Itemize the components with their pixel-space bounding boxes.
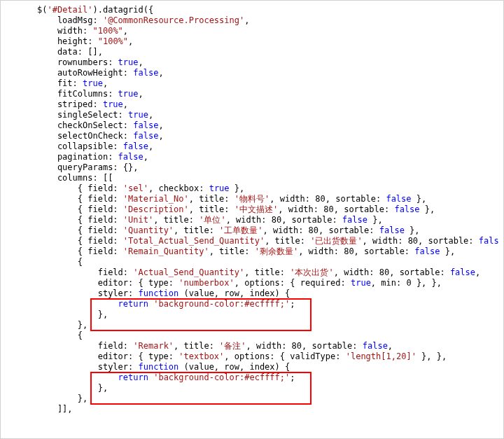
code-line: queryParams: {}, xyxy=(37,162,139,172)
code-line: }, xyxy=(37,393,88,403)
code-line: singleSelect: true, xyxy=(37,110,153,120)
code-line: width: "100%", xyxy=(37,26,128,36)
code-screenshot: $('#Detail').datagrid({ loadMsg: '@Commo… xyxy=(0,0,504,439)
code-line: { xyxy=(37,257,83,267)
code-line: }, xyxy=(37,320,88,330)
code-line: styler: function (value, row, index) { xyxy=(37,362,290,372)
code-line: fitColumns: true, xyxy=(37,89,144,99)
code-line: styler: function (value, row, index) { xyxy=(37,288,290,298)
code-line: { xyxy=(37,330,83,340)
code-line: $('#Detail').datagrid({ xyxy=(37,5,153,15)
code-line: { field: 'Unit', title: '单位', width: 80,… xyxy=(37,215,383,225)
code-line: field: 'Remark', title: '备注', width: 80,… xyxy=(37,341,393,351)
code-line: ]], xyxy=(37,404,73,414)
code-line: rownumbers: true, xyxy=(37,57,144,67)
code-line: { field: 'Remain_Quantity', title: '剩余数量… xyxy=(37,246,455,256)
code-line: autoRowHeight: false, xyxy=(37,68,164,78)
code-line: return 'background-color:#ecffff;'; xyxy=(37,299,295,309)
code-line: selectOnCheck: false, xyxy=(37,131,164,141)
code-line: height: "100%", xyxy=(37,36,133,46)
code-line: { field: 'Description', title: '中文描述', w… xyxy=(37,204,435,214)
code-line: }, xyxy=(37,309,108,319)
code-line: { field: 'sel', checkbox: true }, xyxy=(37,183,244,193)
code-line: pagination: false, xyxy=(37,152,148,162)
code-line: checkOnSelect: false, xyxy=(37,120,164,130)
code-line: columns: [[ xyxy=(37,173,113,183)
code-line: editor: { type: 'numberbox', options: { … xyxy=(37,278,442,288)
code-line: { field: 'Quantity', title: '工单数量', widt… xyxy=(37,225,420,235)
code-line: { field: 'Total_Actual_Send_Quantity', t… xyxy=(37,236,499,246)
code-block: $('#Detail').datagrid({ loadMsg: '@Commo… xyxy=(1,5,503,414)
code-line: striped: true, xyxy=(37,99,128,109)
code-line: fit: true, xyxy=(37,78,108,88)
code-line: return 'background-color:#ecffff;'; xyxy=(37,372,295,382)
code-line: field: 'Actual_Send_Quantity', title: '本… xyxy=(37,267,480,277)
code-line: editor: { type: 'textbox', options: { va… xyxy=(37,351,447,361)
code-line: data: [], xyxy=(37,47,103,57)
code-line: collapsible: false, xyxy=(37,141,153,151)
code-line: }, xyxy=(37,383,108,393)
code-line: { field: 'Material_No', title: '物料号', wi… xyxy=(37,194,426,204)
code-line: loadMsg: '@CommonResource.Processing', xyxy=(37,15,249,25)
